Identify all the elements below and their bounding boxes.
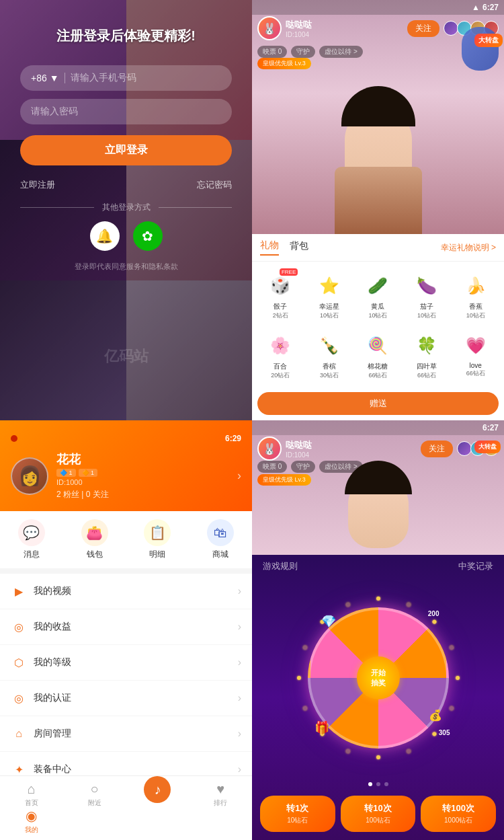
gift-icon-3: 🍆: [412, 271, 442, 301]
status-bar: ▲ 6:27: [252, 0, 504, 15]
gift-price-3: 10钻石: [417, 311, 436, 320]
menu-item-我的视频[interactable]: ▶我的视频›: [0, 574, 252, 609]
menu-item-我的收益[interactable]: ◎我的收益›: [0, 609, 252, 645]
gift-item-6[interactable]: 🍾香槟30钻石: [306, 327, 353, 384]
led-dot-13: [302, 645, 308, 650]
gift-tab-gifts[interactable]: 礼物: [260, 239, 279, 256]
live-tag-tickets: 映票 0: [257, 46, 287, 58]
tab-nearby[interactable]: ○ 附近: [63, 781, 126, 808]
badge-2: 🔶 1: [79, 469, 98, 477]
menu-item-装备中心[interactable]: ✦装备中心›: [0, 752, 252, 775]
send-gift-button[interactable]: 赠送: [257, 392, 499, 415]
bell-login-btn[interactable]: 🔔: [90, 221, 120, 251]
prize-icon-1: 💎: [321, 614, 336, 629]
wechat-login-btn[interactable]: ✿: [133, 221, 163, 251]
tab-ranking-label: 排行: [214, 798, 227, 808]
spin-center-button[interactable]: 开始 抽奖: [357, 656, 400, 699]
gift-name-9: love: [470, 362, 482, 369]
menu-icon-3: ◎: [11, 690, 27, 706]
spin-records-tab[interactable]: 中奖记录: [458, 560, 493, 572]
lucky-gift-link[interactable]: 幸运礼物说明 >: [441, 242, 496, 254]
profile-action-消息[interactable]: 💬消息: [0, 519, 63, 560]
profile-screen: 6:29 👩 花花 🔷 1 🔶 1 ID:1000 2 粉丝 | 0 关注 ›: [0, 420, 252, 840]
live-stream-screen: ▲ 6:27 🐰 哒哒哒 ID:1004 关注 映票 0 守护 虚位以待 >: [252, 0, 504, 420]
spin-rules-tab[interactable]: 游戏规则: [263, 560, 298, 572]
spin-hundred-button[interactable]: 转100次 1000钻石: [421, 796, 496, 832]
login-button[interactable]: 立即登录: [20, 135, 232, 165]
follow-button[interactable]: 关注: [407, 20, 439, 37]
gift-tab-bag[interactable]: 背包: [290, 240, 308, 255]
wifi-icon: ▲: [472, 3, 480, 12]
spin-wheel-wrapper[interactable]: 开始 抽奖 200 305 💎 🎁 💰: [301, 601, 456, 755]
gift-item-8[interactable]: 🍀四叶草66钻石: [404, 327, 450, 384]
spin-live-video: 6:27 🐰 哒哒哒 ID:1004 关注 映票 0 守护 虚位以待 > 皇级优…: [252, 420, 504, 555]
gift-name-3: 茄子: [420, 302, 433, 311]
login-title: 注册登录后体验更精彩!: [56, 27, 196, 45]
tab-nearby-label: 附近: [88, 798, 101, 808]
tab-ranking[interactable]: ♥ 排行: [189, 781, 252, 808]
led-dot-8: [376, 755, 380, 759]
spin-dot-2: [376, 782, 380, 786]
forgot-link[interactable]: 忘记密码: [197, 179, 232, 191]
gift-name-5: 百合: [274, 362, 287, 371]
gift-item-4[interactable]: 🍌香蕉10钻石: [452, 267, 499, 324]
gift-icon-9: 💗: [461, 331, 491, 360]
spin-number-305: 305: [439, 729, 450, 736]
password-input-row[interactable]: 请输入密码: [20, 99, 232, 124]
register-link[interactable]: 立即注册: [20, 179, 55, 191]
spin-follow-btn[interactable]: 关注: [421, 441, 453, 457]
spin-once-button[interactable]: 转1次 10钻石: [260, 796, 335, 832]
menu-icon-1: ◎: [11, 619, 27, 635]
led-dot-2: [431, 619, 437, 624]
led-dot-5: [449, 705, 454, 711]
menu-item-我的认证[interactable]: ◎我的认证›: [0, 681, 252, 716]
gift-icon-0: 🎲FREE: [265, 271, 295, 301]
menu-item-房间管理[interactable]: ⌂房间管理›: [0, 716, 252, 752]
tos-text: 登录即代表同意服务和隐私条款: [75, 262, 178, 272]
gift-item-3[interactable]: 🍆茄子10钻石: [404, 267, 450, 324]
center-live-icon[interactable]: ♪: [144, 776, 171, 803]
profile-id: ID:1000: [56, 478, 229, 486]
phone-divider: [65, 73, 65, 83]
prize-icon-3: 💰: [429, 709, 442, 722]
gift-price-6: 30钻石: [320, 371, 339, 380]
profile-badges: 🔷 1 🔶 1: [56, 469, 229, 477]
profile-action-钱包[interactable]: 👛钱包: [63, 519, 126, 560]
divider-right: [159, 207, 233, 208]
gift-item-5[interactable]: 🌸百合20钻石: [257, 327, 304, 384]
menu-item-我的等级[interactable]: ⬡我的等级›: [0, 645, 252, 681]
gift-name-6: 香槟: [323, 362, 336, 371]
menu-chevron-1: ›: [238, 621, 241, 633]
profile-chevron-icon[interactable]: ›: [237, 469, 241, 483]
gift-price-5: 20钻石: [271, 371, 290, 380]
profile-action-商城[interactable]: 🛍商城: [189, 519, 252, 560]
menu-icon-2: ⬡: [11, 654, 27, 671]
profile-name: 花花: [56, 451, 229, 467]
tab-live-center[interactable]: ♪: [126, 781, 190, 808]
phone-input-row[interactable]: +86 ▼ 请输入手机号码: [20, 65, 232, 91]
phone-code[interactable]: +86 ▼: [31, 73, 59, 83]
tab-home[interactable]: ⌂ 首页: [0, 781, 63, 808]
spin-buttons: 转1次 10钻石 转10次 100钻石 转100次 1000钻石: [252, 790, 504, 840]
action-label-0: 消息: [24, 549, 40, 560]
gift-item-9[interactable]: 💗love66钻石: [452, 327, 499, 384]
gift-item-7[interactable]: 🍭棉花糖66钻石: [355, 327, 401, 384]
spin-tabs: 游戏规则 中奖记录: [252, 555, 504, 578]
gift-item-1[interactable]: ⭐幸运星10钻石: [306, 267, 353, 324]
profile-avatar[interactable]: 👩: [11, 457, 48, 495]
divider-row: 其他登录方式: [20, 202, 232, 213]
led-dot-1: [406, 602, 411, 607]
login-screen: 注册登录后体验更精彩! +86 ▼ 请输入手机号码 请输入密码 立即登录 立即注…: [0, 0, 252, 420]
phone-placeholder: 请输入手机号码: [71, 72, 136, 84]
spin-ten-button[interactable]: 转10次 100钻石: [341, 796, 416, 832]
menu-chevron-5: ›: [238, 763, 241, 775]
led-dot-15: [345, 602, 350, 607]
spin-streamer-avatar: 🐰: [257, 436, 282, 461]
menu-label-4: 房间管理: [34, 728, 238, 740]
spin-figure: [331, 461, 425, 555]
tab-me[interactable]: ◉ 我的: [0, 808, 63, 835]
gift-item-2[interactable]: 🥒黄瓜10钻石: [355, 267, 401, 324]
gift-item-0[interactable]: 🎲FREE骰子2钻石: [257, 267, 304, 324]
profile-action-明细[interactable]: 📋明细: [126, 519, 190, 560]
gift-price-9: 66钻石: [466, 369, 485, 378]
